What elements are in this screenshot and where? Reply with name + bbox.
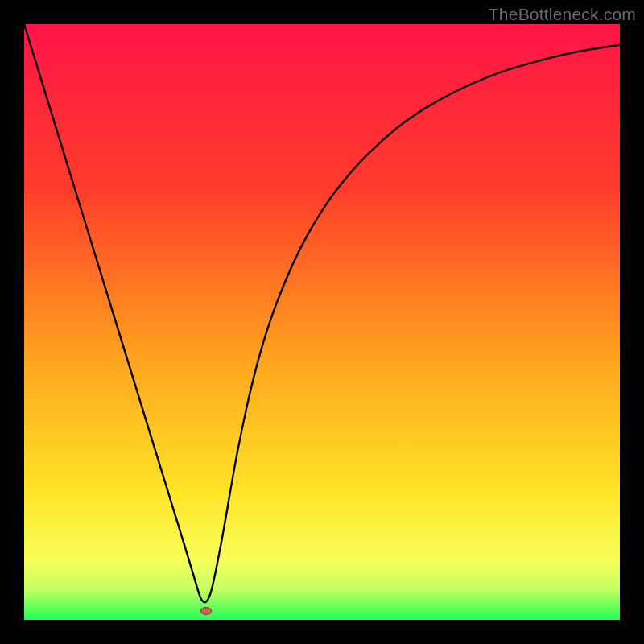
optimal-point-marker	[200, 607, 212, 615]
bottleneck-curve	[24, 24, 620, 620]
plot-area	[24, 24, 620, 620]
watermark-text: TheBottleneck.com	[489, 5, 636, 24]
chart-frame: TheBottleneck.com	[0, 0, 644, 644]
